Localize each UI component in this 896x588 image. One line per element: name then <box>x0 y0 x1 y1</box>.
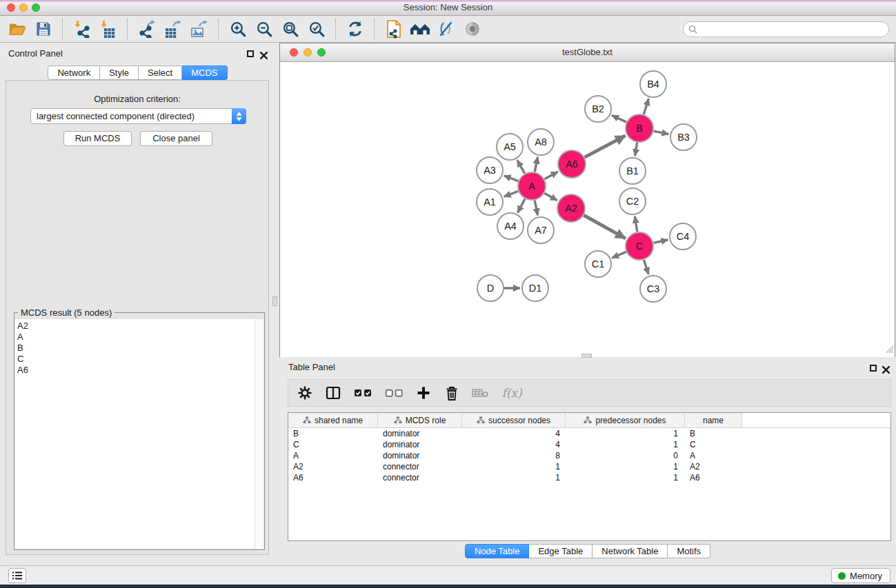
status-bar: Memory <box>0 565 896 585</box>
graph-edge-C-C1[interactable] <box>612 252 626 258</box>
column-header-shared-name[interactable]: shared name <box>288 413 378 427</box>
delete-column-icon[interactable] <box>444 385 460 401</box>
settings-gear-icon[interactable] <box>297 385 313 401</box>
table-row[interactable]: A2connector11A2 <box>288 461 890 472</box>
export-table-icon[interactable] <box>163 19 183 39</box>
graph-edge-B-B3[interactable] <box>654 131 669 134</box>
graph-edge-B-B1[interactable] <box>635 143 637 156</box>
graph-edge-A-A6[interactable] <box>544 172 557 179</box>
search-field[interactable] <box>683 21 889 37</box>
graph-edge-B-B4[interactable] <box>644 99 648 114</box>
memory-button[interactable]: Memory <box>831 568 890 583</box>
close-panel-icon[interactable] <box>882 364 890 376</box>
optimization-criterion-label: Optimization criterion: <box>6 94 268 104</box>
zoom-fit-icon[interactable] <box>280 19 301 39</box>
result-item-a[interactable]: A <box>17 332 255 343</box>
graph-node-label-C1: C1 <box>592 258 605 270</box>
graph-edge-A-A1[interactable] <box>504 191 519 196</box>
table-cell: 1 <box>566 429 685 438</box>
graph-edge-A-A4[interactable] <box>517 199 525 213</box>
table-cell: A2 <box>288 462 378 472</box>
graph-edge-C-C4[interactable] <box>653 240 668 243</box>
tab-network-table[interactable]: Network Table <box>593 544 668 558</box>
graph-edge-A-A2[interactable] <box>544 193 557 200</box>
deselect-all-icon[interactable] <box>384 385 404 401</box>
table-row[interactable]: Cdominator41C <box>288 439 890 450</box>
tab-node-table[interactable]: Node Table <box>465 544 530 558</box>
delete-table-icon[interactable] <box>472 385 488 401</box>
result-scrollbar[interactable] <box>255 319 263 549</box>
save-icon[interactable] <box>33 19 54 39</box>
refresh-icon[interactable] <box>345 19 366 39</box>
new-session-network-icon[interactable] <box>384 19 404 39</box>
tab-motifs[interactable]: Motifs <box>668 544 710 558</box>
result-item-b[interactable]: B <box>17 343 255 354</box>
float-panel-icon[interactable] <box>247 50 254 57</box>
search-input[interactable] <box>700 23 875 34</box>
toolbar-separator <box>374 19 375 39</box>
export-image-icon[interactable] <box>189 19 210 39</box>
tab-network[interactable]: Network <box>48 65 100 80</box>
tab-select[interactable]: Select <box>139 65 182 80</box>
hide-graphics-details-icon[interactable] <box>436 19 457 39</box>
window-resize-grip[interactable] <box>886 344 894 356</box>
eye-icon[interactable] <box>462 19 483 39</box>
result-item-a2[interactable]: A2 <box>17 321 255 332</box>
tab-mcds[interactable]: MCDS <box>182 65 227 80</box>
table-row[interactable]: Adominator80A <box>288 450 890 461</box>
graph-edge-B-B2[interactable] <box>612 115 626 122</box>
column-header-name[interactable]: name <box>685 413 742 427</box>
export-network-icon[interactable] <box>137 19 157 39</box>
home-icon[interactable] <box>410 19 430 39</box>
optimization-criterion-dropdown[interactable]: largest connected component (directed) <box>30 108 246 124</box>
graph-edge-A6-B[interactable] <box>585 136 626 157</box>
graph-edge-A-A5[interactable] <box>517 160 525 174</box>
graph-node-label-C2: C2 <box>626 196 639 207</box>
control-panel-title: Control Panel <box>8 48 63 59</box>
run-mcds-button[interactable]: Run MCDS <box>63 131 132 146</box>
select-all-icon[interactable] <box>353 385 372 401</box>
vertical-splitter-grip[interactable] <box>272 296 277 306</box>
network-window-titlebar[interactable]: testGlobe.txt <box>280 43 895 62</box>
table-panel: Table Panel <box>279 358 896 564</box>
table-header-row: shared nameMCDS rolesuccessor nodesprede… <box>288 413 890 428</box>
open-folder-icon[interactable] <box>7 19 28 39</box>
table-cell: 4 <box>462 429 566 438</box>
add-column-icon[interactable] <box>415 385 432 401</box>
tab-style[interactable]: Style <box>100 65 139 80</box>
column-header-MCDS-role[interactable]: MCDS role <box>378 413 462 427</box>
table-cell: B <box>685 429 742 438</box>
import-network-icon[interactable] <box>72 19 92 39</box>
graph-edge-A-A3[interactable] <box>504 176 519 181</box>
float-panel-icon[interactable] <box>870 365 877 372</box>
table-cell: connector <box>378 462 462 472</box>
result-item-a6[interactable]: A6 <box>17 365 255 376</box>
zoom-out-icon[interactable] <box>254 19 275 39</box>
toolbar-separator <box>62 19 63 39</box>
zoom-in-icon[interactable] <box>228 19 248 39</box>
graph-edge-C-C2[interactable] <box>635 216 637 232</box>
graph-edge-A2-C[interactable] <box>584 215 626 239</box>
network-canvas[interactable]: AA1A2A3A4A5A6A7A8BB1B2B3B4CC1C2C3C4DD1 <box>280 62 895 357</box>
function-builder-icon[interactable]: f(x) <box>500 385 524 401</box>
close-panel-icon[interactable] <box>260 50 268 62</box>
zoom-selected-icon[interactable] <box>306 19 327 39</box>
column-header-label: MCDS role <box>406 416 446 425</box>
table-panel-title: Table Panel <box>288 362 335 372</box>
close-panel-button[interactable]: Close panel <box>140 131 212 146</box>
import-table-icon[interactable] <box>98 19 119 39</box>
desktop-background <box>0 585 896 588</box>
result-item-c[interactable]: C <box>17 354 255 365</box>
column-header-predecessor-nodes[interactable]: predecessor nodes <box>566 413 685 427</box>
table-cell: C <box>288 440 378 449</box>
table-row[interactable]: Bdominator41B <box>288 428 890 439</box>
column-layout-icon[interactable] <box>325 385 341 401</box>
column-header-successor-nodes[interactable]: successor nodes <box>462 413 566 427</box>
graph-edge-A-A8[interactable] <box>535 157 537 172</box>
panel-list-button[interactable] <box>8 568 26 583</box>
tab-edge-table[interactable]: Edge Table <box>529 544 593 558</box>
horizontal-splitter-grip[interactable] <box>581 354 592 358</box>
graph-edge-C-C3[interactable] <box>644 260 648 274</box>
graph-edge-A-A7[interactable] <box>535 201 537 216</box>
table-row[interactable]: A6connector11A6 <box>288 472 890 483</box>
